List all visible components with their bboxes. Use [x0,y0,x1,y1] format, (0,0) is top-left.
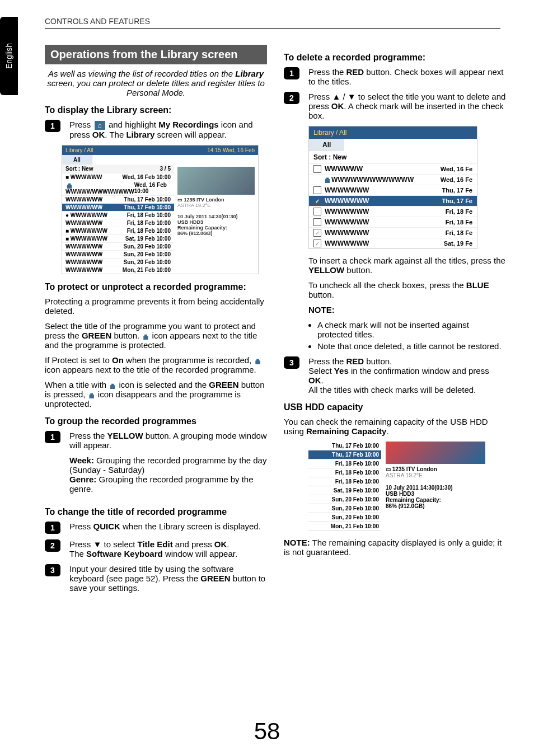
lock-icon [142,333,149,340]
list-item: WWWWWWWFri, 18 Fe [309,217,477,227]
list-item: WWWWWWWThu, 17 Feb 10:00 [62,195,174,203]
list-item: WWWWWWWSun, 20 Feb 10:00 [62,250,174,258]
list-item: Sun, 20 Feb 10:00 [308,504,381,513]
shot1-tab-all: All [62,155,92,165]
delete-heading: To delete a recorded programme: [284,53,506,63]
list-item: Sat, 19 Feb 10:00 [308,486,381,495]
lock-icon [88,392,95,398]
list-item: WWWWWWWWWWWWWWed, 16 Feb 10:00 [62,181,174,195]
page-header: CONTROLS AND FEATURES [45,17,500,29]
delete-step-2: 2 Press ▲ / ▼ to select the title you wa… [284,92,506,120]
rename-step-1: 1 Press QUICK when the Library screen is… [45,522,267,534]
list-item: ■ WWWWWWWSat, 19 Feb 10:00 [62,234,174,242]
list-item: WWWWWWWThu, 17 Feb 10:00 [62,203,174,211]
list-item: ■ WWWWWWWFri, 18 Feb 10:00 [62,227,174,234]
delete-step-3: 3 Press the RED button. Select Yes in th… [284,356,506,395]
capacity-heading: USB HDD capacity [284,402,506,412]
display-step-1: 1 Press ⌂ and highlight My Recordings ic… [45,120,267,139]
shot1-thumbnail [177,167,255,195]
list-item: Fri, 18 Feb 10:00 [308,459,381,468]
capacity-screenshot: Thu, 17 Feb 10:00Thu, 17 Feb 10:00Fri, 1… [308,442,488,531]
list-item: ✓WWWWWWWThu, 17 Fe [309,195,477,206]
list-item: Thu, 17 Feb 10:00 [308,442,381,450]
list-item: WWWWWWWed, 16 Fe [309,163,477,174]
list-item: WWWWWWWThu, 17 Fe [309,185,477,195]
list-item: ✓WWWWWWWSat, 19 Fe [309,238,477,248]
protect-p2: Select the title of the programme you wa… [45,321,267,350]
intro-text: As well as viewing the list of recorded … [45,69,267,97]
list-item: Thu, 17 Feb 10:00 [308,450,381,459]
rename-heading: To change the title of recorded programm… [45,507,267,517]
shot1-clock: 14:15 Wed, 16 Feb [207,147,255,153]
capacity-intro: You can check the remaining capacity of … [284,417,506,436]
delete-yellow: To insert a check mark against all the t… [308,256,506,275]
lock-icon [255,358,261,364]
list-item: WWWWWWWWWWWWWWed, 16 Fe [309,174,477,185]
library-screenshot: Library / All 14:15 Wed, 16 Feb All Sort… [62,145,259,274]
delete-notes: A check mark will not be inserted agains… [308,320,506,351]
display-heading: To display the Library screen: [45,105,267,115]
delete-note-label: NOTE: [308,305,506,314]
list-item: WWWWWWWSun, 20 Feb 10:00 [62,242,174,250]
language-tab: English [0,17,18,95]
list-item: Sun, 20 Feb 10:00 [308,495,381,504]
list-item: WWWWWWWFri, 18 Feb 10:00 [62,219,174,227]
list-item: Mon, 21 Feb 10:00 [308,522,381,531]
lock-icon [109,382,116,389]
list-item: Fri, 18 Feb 10:00 [308,477,381,486]
list-item: ✓WWWWWWWFri, 18 Fe [309,227,477,238]
step-number-1: 1 [45,120,60,132]
protect-p1: Protecting a programme prevents it from … [45,297,267,316]
list-item: WWWWWWWFri, 18 Fe [309,206,477,217]
capacity-note: NOTE: The remaining capacity displayed i… [284,538,506,557]
protect-heading: To protect or unprotect a recorded progr… [45,282,267,292]
list-item: WWWWWWWMon, 21 Feb 10:00 [62,266,174,274]
group-step-1: 1 Press the YELLOW button. A grouping mo… [45,431,267,499]
section-title: Operations from the Library screen [45,45,267,64]
delete-blue: To uncheck all the check boxes, press th… [308,280,506,299]
delete-screenshot: Library / All All Sort : New WWWWWWWed, … [308,126,477,249]
protect-p4: When a title with icon is selected and t… [45,380,267,408]
list-item: ● WWWWWWWFri, 18 Feb 10:00 [62,211,174,219]
delete-step-1: 1 Press the RED button. Check boxes will… [284,67,506,86]
rename-step-3: 3 Input your desired title by using the … [45,564,267,593]
list-item: WWWWWWWSun, 20 Feb 10:00 [62,258,174,266]
list-item: Fri, 18 Feb 10:00 [308,468,381,477]
page-number: 58 [0,718,534,745]
rename-step-2: 2 Press ▼ to select Title Edit and press… [45,539,267,558]
list-item: ■ WWWWWWWed, 16 Feb 10:00 [62,173,174,181]
home-icon: ⌂ [95,121,105,130]
protect-p3: If Protect is set to On when the program… [45,355,267,374]
list-item: Sun, 20 Feb 10:00 [308,513,381,522]
shot1-title: Library / All [65,147,93,153]
shot3-thumbnail [386,442,485,464]
group-heading: To group the recorded programmes [45,416,267,426]
